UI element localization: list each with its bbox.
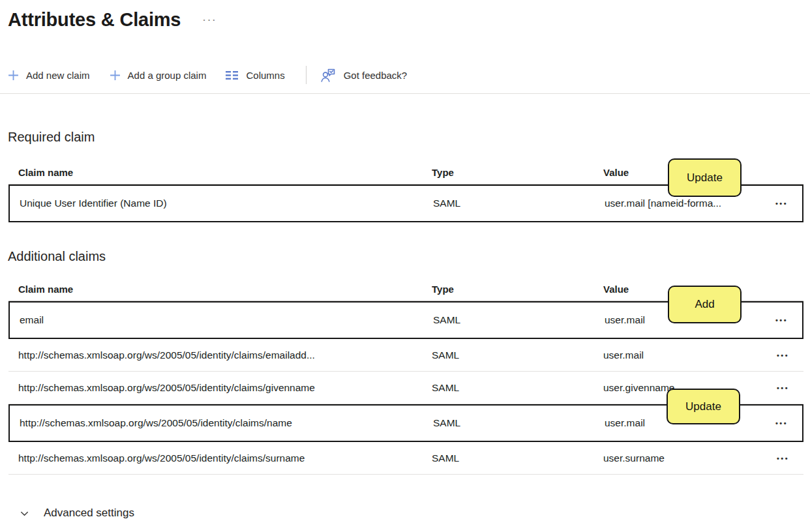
table-row: http://schemas.xmlsoap.org/ws/2005/05/id… xyxy=(8,339,803,372)
add-group-claim-label: Add a group claim xyxy=(128,70,207,81)
row-menu-dots-icon[interactable]: ••• xyxy=(777,384,803,392)
plus-icon xyxy=(8,70,19,81)
claim-name-cell: http://schemas.xmlsoap.org/ws/2005/05/id… xyxy=(20,417,433,429)
value-cell: user.surname xyxy=(603,452,771,464)
add-new-claim-label: Add new claim xyxy=(26,70,90,81)
annotation-callout-add-email-row: Add xyxy=(668,286,742,323)
row-menu-dots-icon[interactable]: ••• xyxy=(775,200,802,207)
page-title: Attributes & Claims xyxy=(8,7,181,33)
title-more-icon[interactable]: ··· xyxy=(203,17,217,23)
table-body: emailSAMLuser.mail•••http://schemas.xmls… xyxy=(8,301,803,475)
claim-name-cell: http://schemas.xmlsoap.org/ws/2005/05/id… xyxy=(18,382,432,394)
feedback-person-icon xyxy=(320,68,337,83)
row-menu-dots-icon[interactable]: ••• xyxy=(777,454,803,462)
type-cell: SAML xyxy=(433,417,605,429)
claim-name-cell: http://schemas.xmlsoap.org/ws/2005/05/id… xyxy=(18,452,432,464)
add-group-claim-button[interactable]: Add a group claim xyxy=(110,70,207,81)
value-cell: user.mail xyxy=(603,349,771,361)
annotation-callout-update-required-row: Update xyxy=(668,158,742,197)
required-claim-heading: Required claim xyxy=(8,128,810,146)
plus-icon xyxy=(110,70,121,81)
claim-name-cell: Unique User Identifier (Name ID) xyxy=(20,198,433,209)
row-menu-dots-icon[interactable]: ••• xyxy=(777,351,803,359)
type-cell: SAML xyxy=(432,452,603,464)
claim-name-cell: email xyxy=(20,314,433,326)
column-header-type: Type xyxy=(432,167,603,178)
type-cell: SAML xyxy=(432,382,603,394)
columns-button[interactable]: Columns xyxy=(226,70,284,81)
column-header-type: Type xyxy=(432,284,603,295)
attributes-claims-page: Attributes & Claims ··· Add new claim Ad… xyxy=(0,0,810,532)
page-header: Attributes & Claims ··· xyxy=(0,0,810,27)
got-feedback-label: Got feedback? xyxy=(344,70,408,81)
chevron-down-icon xyxy=(20,509,29,518)
row-menu-dots-icon[interactable]: ••• xyxy=(775,316,802,324)
type-cell: SAML xyxy=(433,198,605,209)
annotation-callout-update-name-row: Update xyxy=(667,389,740,424)
column-header-claim-name: Claim name xyxy=(18,284,432,295)
value-cell: user.mail [nameid-forma... xyxy=(605,198,772,209)
columns-icon xyxy=(226,70,239,80)
add-new-claim-button[interactable]: Add new claim xyxy=(8,70,90,81)
command-bar: Add new claim Add a group claim Columns xyxy=(8,64,810,86)
toolbar-rule xyxy=(0,93,810,94)
additional-claims-heading: Additional claims xyxy=(8,247,810,265)
columns-label: Columns xyxy=(246,70,284,81)
type-cell: SAML xyxy=(432,349,603,361)
toolbar-divider xyxy=(306,66,307,84)
table-row: http://schemas.xmlsoap.org/ws/2005/05/id… xyxy=(8,442,803,475)
advanced-settings-expander[interactable]: Advanced settings xyxy=(20,507,134,520)
row-menu-dots-icon[interactable]: ••• xyxy=(775,419,802,427)
got-feedback-button[interactable]: Got feedback? xyxy=(320,68,408,83)
type-cell: SAML xyxy=(433,314,605,326)
claim-name-cell: http://schemas.xmlsoap.org/ws/2005/05/id… xyxy=(18,349,432,361)
advanced-settings-label: Advanced settings xyxy=(44,507,134,520)
column-header-claim-name: Claim name xyxy=(18,167,432,178)
